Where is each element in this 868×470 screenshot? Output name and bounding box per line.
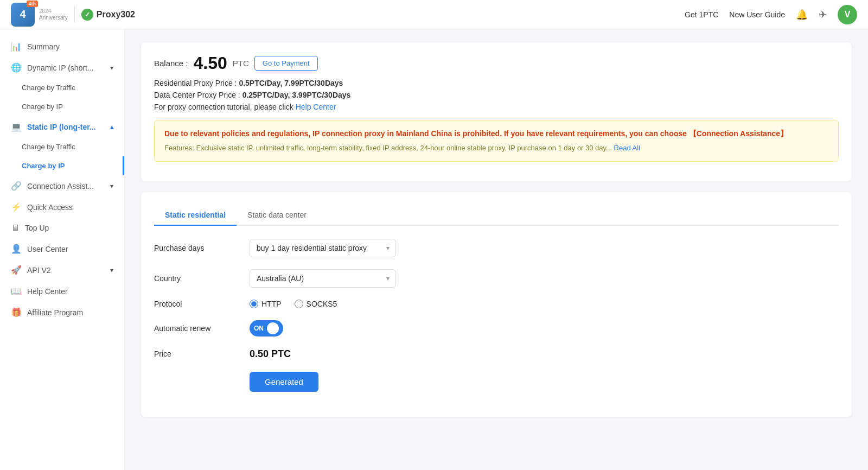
bell-icon[interactable]: 🔔 — [796, 9, 808, 21]
header: 4 4th 2024 Anniversary Proxy302 Get 1PTC… — [0, 0, 868, 29]
sidebar-item-label: Charge by Traffic — [22, 143, 75, 151]
toggle-knob — [267, 322, 279, 334]
connection-icon: 🔗 — [11, 181, 22, 191]
country-label: Country — [154, 274, 241, 283]
socks5-label: SOCKS5 — [307, 300, 337, 308]
help-center-icon: 📖 — [11, 286, 22, 296]
warning-title-text: Due to relevant policies and regulations… — [164, 129, 687, 138]
sidebar-item-quick-access[interactable]: ⚡ Quick Access — [0, 196, 124, 218]
purchase-days-label: Purchase days — [154, 244, 241, 252]
http-radio-item[interactable]: HTTP — [250, 300, 282, 308]
features-text: Features: Exclusive static IP, unlimited… — [164, 144, 612, 152]
purchase-days-select[interactable]: buy 1 day residential static proxy buy 3… — [250, 239, 396, 257]
socks5-radio[interactable] — [295, 300, 303, 308]
logo-anniversary-text: Anniversary — [39, 15, 68, 21]
auto-renew-toggle[interactable]: ON — [250, 320, 283, 336]
price-label: Price — [154, 350, 241, 358]
logo-area: 4 4th 2024 Anniversary — [11, 3, 68, 27]
sidebar-item-summary[interactable]: 📊 Summary — [0, 36, 124, 57]
auto-renew-label: Automatic renew — [154, 324, 241, 333]
balance-value: 4.50 — [194, 53, 227, 73]
warning-banner: Due to relevant policies and regulations… — [154, 120, 839, 162]
warning-title: Due to relevant policies and regulations… — [164, 128, 828, 139]
logo-text-area: 2024 Anniversary — [39, 8, 68, 21]
header-left: 4 4th 2024 Anniversary Proxy302 — [11, 3, 135, 27]
top-up-icon: 🖥 — [11, 223, 20, 233]
chevron-down-icon: ▾ — [110, 266, 113, 274]
residential-price-value: 0.5PTC/Day, 7.99PTC/30Days — [239, 79, 343, 87]
sidebar-item-help-center[interactable]: 📖 Help Center — [0, 281, 124, 302]
logo-year: 2024 — [39, 8, 68, 15]
tutorial-text: For proxy connection tutorial, please cl… — [154, 103, 293, 111]
balance-label: Balance : — [154, 59, 188, 68]
connection-assistance-link[interactable]: 【Connection Assistance】 — [689, 129, 788, 138]
main-content: Balance : 4.50 PTC Go to Payment Residen… — [125, 29, 868, 470]
tab-static-residential[interactable]: Static residential — [154, 205, 237, 226]
sidebar-item-charge-ip-static[interactable]: Charge by IP — [0, 156, 124, 175]
help-center-link[interactable]: Help Center — [296, 103, 336, 111]
summary-icon: 📊 — [11, 41, 22, 52]
country-control: Australia (AU) United States (US) United… — [250, 269, 396, 288]
sidebar-item-charge-traffic-dynamic[interactable]: Charge by Traffic — [0, 78, 124, 97]
sidebar-item-api-v2[interactable]: 🚀 API V2 ▾ — [0, 259, 124, 281]
http-radio[interactable] — [250, 300, 258, 308]
purchase-days-control: buy 1 day residential static proxy buy 3… — [250, 239, 396, 257]
residential-price-label: Residential Proxy Price : — [154, 79, 237, 87]
get-1ptc-link[interactable]: Get 1PTC — [685, 10, 718, 19]
sidebar-item-label: Summary — [27, 42, 60, 51]
sidebar-item-label: Connection Assist... — [27, 182, 94, 190]
chevron-down-icon: ▾ — [110, 64, 113, 72]
tabs: Static residential Static data center — [154, 205, 839, 226]
sidebar-item-static-ip[interactable]: 💻 Static IP (long-ter... ▴ — [0, 116, 124, 137]
sidebar-item-charge-traffic-static[interactable]: Charge by Traffic — [0, 137, 124, 156]
api-icon: 🚀 — [11, 265, 22, 275]
sidebar-item-label: User Center — [27, 245, 68, 253]
tab-static-datacenter[interactable]: Static data center — [237, 205, 317, 226]
sidebar-item-label: Help Center — [27, 287, 68, 296]
price-row: Price 0.50 PTC — [154, 348, 839, 360]
chevron-up-icon: ▴ — [110, 123, 113, 131]
header-right: Get 1PTC New User Guide 🔔 ✈ V — [685, 5, 857, 24]
sidebar-item-label: Charge by IP — [22, 103, 63, 111]
balance-section: Balance : 4.50 PTC Go to Payment Residen… — [141, 42, 852, 181]
sidebar-item-charge-ip-dynamic[interactable]: Charge by IP — [0, 97, 124, 116]
go-payment-button[interactable]: Go to Payment — [254, 56, 318, 71]
socks5-radio-item[interactable]: SOCKS5 — [295, 300, 337, 308]
balance-row: Balance : 4.50 PTC Go to Payment — [154, 53, 839, 73]
sidebar-item-user-center[interactable]: 👤 User Center — [0, 238, 124, 259]
sidebar-item-label: API V2 — [27, 266, 51, 275]
quick-access-icon: ⚡ — [11, 202, 22, 212]
anniversary-badge: 4th — [27, 1, 39, 7]
toggle-on-label: ON — [254, 325, 264, 332]
sidebar-item-label: Charge by IP — [22, 162, 65, 170]
sidebar-item-label: Charge by Traffic — [22, 84, 75, 92]
new-user-guide-link[interactable]: New User Guide — [729, 10, 785, 19]
logo-badge: 4 4th — [11, 3, 35, 27]
http-label: HTTP — [261, 300, 282, 308]
protocol-label: Protocol — [154, 300, 241, 308]
sidebar-item-label: Dynamic IP (short... — [27, 63, 94, 72]
avatar[interactable]: V — [838, 5, 857, 24]
country-select[interactable]: Australia (AU) United States (US) United… — [250, 269, 396, 288]
sidebar-item-dynamic-ip[interactable]: 🌐 Dynamic IP (short... ▾ — [0, 57, 124, 78]
sidebar-item-affiliate[interactable]: 🎁 Affiliate Program — [0, 302, 124, 323]
sidebar-item-label: Quick Access — [27, 203, 73, 212]
proxy-brand: Proxy302 — [81, 9, 135, 21]
layout: 📊 Summary 🌐 Dynamic IP (short... ▾ Charg… — [0, 0, 868, 470]
residential-price-row: Residential Proxy Price : 0.5PTC/Day, 7.… — [154, 79, 839, 87]
datacenter-price-value: 0.25PTC/Day, 3.99PTC/30Days — [242, 91, 351, 99]
sidebar-item-top-up[interactable]: 🖥 Top Up — [0, 218, 124, 238]
sidebar-item-connection-assist[interactable]: 🔗 Connection Assist... ▾ — [0, 175, 124, 196]
protocol-radio-group: HTTP SOCKS5 — [250, 300, 337, 308]
sidebar: 📊 Summary 🌐 Dynamic IP (short... ▾ Charg… — [0, 29, 125, 470]
toggle-button[interactable]: ON — [250, 320, 283, 336]
form-section: Static residential Static data center Pu… — [141, 192, 852, 417]
tutorial-row: For proxy connection tutorial, please cl… — [154, 103, 839, 111]
generated-row: Generated — [154, 372, 839, 392]
translate-icon[interactable]: ✈ — [819, 9, 827, 21]
price-value: 0.50 PTC — [250, 348, 291, 360]
generated-button[interactable]: Generated — [250, 372, 318, 392]
sidebar-item-label: Static IP (long-ter... — [27, 123, 96, 131]
read-all-link[interactable]: Read All — [614, 144, 640, 152]
affiliate-icon: 🎁 — [11, 307, 22, 317]
